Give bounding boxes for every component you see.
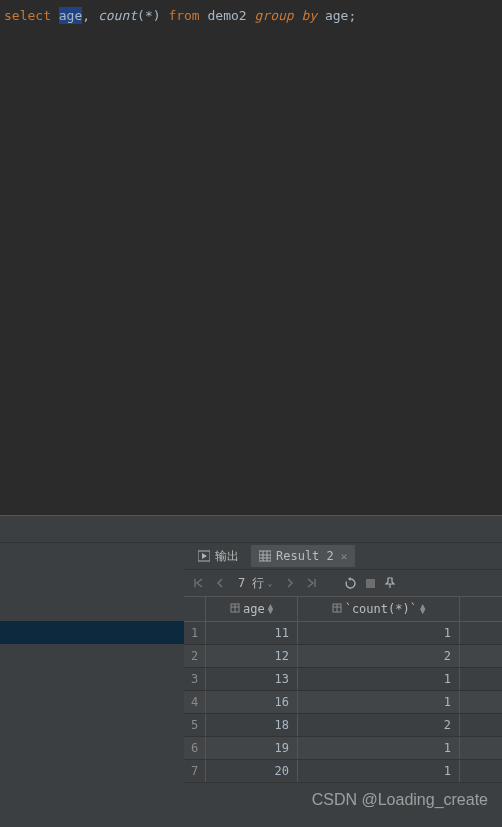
column-header-label: `count(*)` (345, 602, 417, 616)
results-panel: 输出 Result 2 ✕ 7 行 ⌄ (184, 543, 502, 827)
sql-token: count (98, 8, 137, 23)
table-row[interactable]: 6191 (184, 737, 502, 760)
pin-button[interactable] (384, 577, 396, 589)
table-cell[interactable]: 18 (206, 714, 298, 736)
row-number: 3 (184, 668, 206, 690)
left-panel-highlight (0, 621, 184, 644)
table-cell[interactable]: 1 (298, 737, 460, 759)
sql-token (51, 8, 59, 23)
column-header-label: age (243, 602, 265, 616)
column-header[interactable]: age▲▼ (206, 597, 298, 621)
row-number: 6 (184, 737, 206, 759)
table-cell[interactable]: 11 (206, 622, 298, 644)
column-icon (332, 602, 342, 616)
table-cell[interactable]: 1 (298, 691, 460, 713)
svg-rect-2 (259, 551, 271, 561)
table-icon (259, 550, 271, 562)
row-number: 1 (184, 622, 206, 644)
table-cell[interactable]: 1 (298, 622, 460, 644)
svg-marker-9 (348, 577, 351, 581)
close-icon[interactable]: ✕ (341, 550, 348, 563)
table-cell[interactable]: 20 (206, 760, 298, 782)
table-cell[interactable]: 13 (206, 668, 298, 690)
column-header[interactable]: `count(*)`▲▼ (298, 597, 460, 621)
table-cell[interactable]: 2 (298, 714, 460, 736)
sql-token: * (145, 8, 153, 23)
sql-token (90, 8, 98, 23)
chevron-down-icon: ⌄ (267, 579, 272, 588)
svg-rect-10 (366, 579, 375, 588)
tab-result-label: Result 2 (276, 549, 334, 563)
table-cell[interactable]: 12 (206, 645, 298, 667)
table-cell[interactable]: 19 (206, 737, 298, 759)
results-tab-bar: 输出 Result 2 ✕ (184, 543, 502, 570)
first-page-button[interactable] (192, 578, 206, 588)
column-icon (230, 602, 240, 616)
row-count-selector[interactable]: 7 行 ⌄ (234, 575, 276, 592)
sql-token: select (4, 8, 51, 23)
sql-token: age (59, 7, 82, 24)
table-row[interactable]: 7201 (184, 760, 502, 783)
sql-token: group by (255, 8, 318, 23)
sort-icon: ▲▼ (268, 604, 273, 614)
table-row[interactable]: 1111 (184, 622, 502, 645)
left-gutter-panel (0, 543, 184, 827)
table-cell[interactable]: 16 (206, 691, 298, 713)
grid-corner (184, 597, 206, 621)
sql-token: , (82, 8, 90, 23)
grid-body: 1111212231314161518261917201 (184, 622, 502, 783)
stop-button[interactable] (365, 578, 376, 589)
row-number: 7 (184, 760, 206, 782)
row-count-label: 7 行 (238, 575, 264, 592)
table-row[interactable]: 4161 (184, 691, 502, 714)
prev-page-button[interactable] (214, 578, 226, 588)
last-page-button[interactable] (304, 578, 318, 588)
sql-token (247, 8, 255, 23)
tab-output[interactable]: 输出 (190, 544, 247, 569)
sql-token: from (168, 8, 199, 23)
sql-token: demo2 (208, 8, 247, 23)
sql-editor[interactable]: select age, count(*) from demo2 group by… (0, 0, 502, 515)
table-cell[interactable]: 1 (298, 668, 460, 690)
sort-icon: ▲▼ (420, 604, 425, 614)
table-row[interactable]: 2122 (184, 645, 502, 668)
table-row[interactable]: 3131 (184, 668, 502, 691)
tab-output-label: 输出 (215, 548, 239, 565)
sql-token: age (325, 8, 348, 23)
table-cell[interactable]: 2 (298, 645, 460, 667)
svg-marker-1 (202, 553, 207, 559)
row-number: 5 (184, 714, 206, 736)
result-grid: age▲▼`count(*)`▲▼ 1111212231314161518261… (184, 597, 502, 827)
table-cell[interactable]: 1 (298, 760, 460, 782)
next-page-button[interactable] (284, 578, 296, 588)
play-icon (198, 550, 210, 562)
sql-token (200, 8, 208, 23)
panel-divider (0, 515, 502, 543)
sql-token: ; (348, 8, 356, 23)
sql-token: ( (137, 8, 145, 23)
code-line[interactable]: select age, count(*) from demo2 group by… (4, 8, 498, 24)
table-row[interactable]: 5182 (184, 714, 502, 737)
sql-token: ) (153, 8, 161, 23)
grid-header-row: age▲▼`count(*)`▲▼ (184, 597, 502, 622)
row-number: 4 (184, 691, 206, 713)
tab-result[interactable]: Result 2 ✕ (251, 545, 355, 567)
results-toolbar: 7 行 ⌄ (184, 570, 502, 597)
results-area: 输出 Result 2 ✕ 7 行 ⌄ (0, 543, 502, 827)
sql-token (317, 8, 325, 23)
refresh-button[interactable] (344, 577, 357, 590)
row-number: 2 (184, 645, 206, 667)
